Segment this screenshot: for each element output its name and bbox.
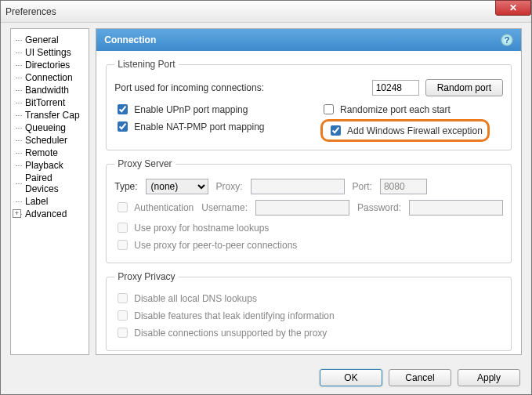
auth-checkbox: Authentication (114, 200, 194, 215)
sidebar-item-transfer-cap[interactable]: Transfer Cap (14, 109, 85, 121)
sidebar-item-connection[interactable]: Connection (14, 71, 85, 84)
upnp-input[interactable] (118, 104, 128, 114)
random-port-button[interactable]: Random port (425, 79, 503, 96)
sidebar: General UI Settings Directories Connecti… (10, 28, 89, 355)
proxy-port-input (380, 179, 427, 194)
close-button[interactable]: ✕ (495, 0, 531, 16)
unsupported-checkbox: Disable connections unsupported by the p… (114, 325, 503, 340)
leak-checkbox: Disable features that leak identifying i… (114, 308, 503, 323)
proxy-legend: Proxy Server (114, 158, 175, 169)
panel-header: Connection ? (96, 29, 521, 51)
listening-legend: Listening Port (114, 59, 178, 70)
dns-checkbox: Disable all local DNS lookups (114, 291, 503, 306)
sidebar-item-paired-devices[interactable]: Paired Devices (14, 172, 85, 195)
sidebar-item-scheduler[interactable]: Scheduler (14, 134, 85, 147)
username-input (255, 200, 349, 216)
nat-checkbox[interactable]: Enable NAT-PMP port mapping (114, 119, 297, 134)
window-title: Preferences (5, 6, 56, 17)
firewall-highlight: Add Windows Firewall exception (320, 119, 490, 142)
proxy-hostname-checkbox: Use proxy for hostname lookups (114, 220, 503, 235)
randomize-checkbox[interactable]: Randomize port each start (320, 102, 503, 117)
cancel-button[interactable]: Cancel (389, 369, 451, 386)
proxy-hostname-input (118, 223, 128, 233)
panel-title: Connection (104, 34, 156, 45)
proxy-host-input (251, 179, 345, 194)
proxy-host-label: Proxy: (216, 181, 243, 192)
sidebar-item-general[interactable]: General (14, 34, 85, 46)
password-input (409, 200, 503, 216)
sidebar-item-playback[interactable]: Playback (14, 159, 85, 172)
proxy-p2p-checkbox: Use proxy for peer-to-peer connections (114, 237, 503, 252)
panel-body: Listening Port Port used for incoming co… (96, 51, 521, 367)
help-icon[interactable]: ? (501, 34, 513, 46)
preferences-window: Preferences ✕ General UI Settings Direct… (0, 0, 532, 395)
username-label: Username: (201, 202, 248, 213)
port-label: Port used for incoming connections: (114, 82, 264, 93)
auth-input (118, 202, 128, 212)
firewall-checkbox[interactable]: Add Windows Firewall exception (328, 123, 483, 138)
firewall-input[interactable] (331, 125, 341, 136)
sidebar-item-bittorrent[interactable]: BitTorrent (14, 96, 85, 109)
sidebar-item-ui-settings[interactable]: UI Settings (14, 46, 85, 59)
password-label: Password: (357, 202, 401, 213)
content-area: General UI Settings Directories Connecti… (10, 28, 522, 355)
proxy-server-group: Proxy Server Type: (none) Proxy: Port: A… (106, 158, 512, 263)
proxy-privacy-group: Proxy Privacy Disable all local DNS look… (106, 271, 512, 351)
proxy-type-select[interactable]: (none) (146, 179, 208, 194)
dns-input (118, 293, 128, 303)
apply-button[interactable]: Apply (458, 369, 520, 386)
upnp-checkbox[interactable]: Enable UPnP port mapping (114, 102, 297, 117)
proxy-p2p-input (118, 240, 128, 250)
privacy-legend: Proxy Privacy (114, 271, 178, 282)
main-panel: Connection ? Listening Port Port used fo… (96, 28, 522, 355)
nat-input[interactable] (118, 121, 128, 132)
proxy-port-label: Port: (353, 181, 372, 192)
unsupported-input (118, 328, 128, 338)
port-input[interactable] (372, 80, 419, 96)
ok-button[interactable]: OK (320, 369, 382, 386)
sidebar-item-queueing[interactable]: Queueing (14, 121, 85, 134)
proxy-type-label: Type: (114, 181, 137, 192)
sidebar-item-remote[interactable]: Remote (14, 147, 85, 159)
sidebar-item-label[interactable]: Label (14, 195, 85, 208)
leak-input (118, 310, 128, 321)
sidebar-item-advanced[interactable]: Advanced (14, 208, 85, 220)
titlebar: Preferences ✕ (1, 1, 531, 23)
dialog-buttons: OK Cancel Apply (320, 369, 520, 386)
sidebar-item-bandwidth[interactable]: Bandwidth (14, 84, 85, 96)
sidebar-item-directories[interactable]: Directories (14, 59, 85, 71)
listening-port-group: Listening Port Port used for incoming co… (106, 59, 512, 150)
randomize-input[interactable] (324, 104, 334, 114)
